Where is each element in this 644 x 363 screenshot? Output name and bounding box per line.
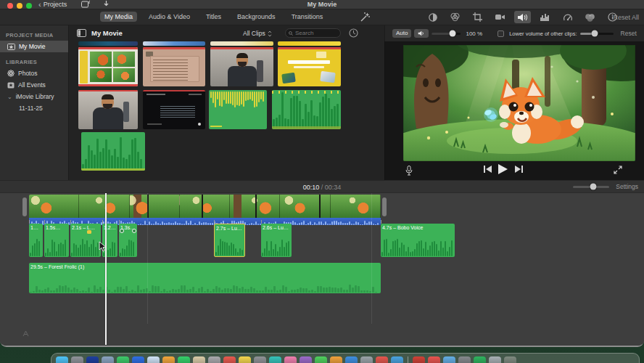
dock-app-icon[interactable]: [178, 356, 190, 363]
color-balance-icon[interactable]: [424, 11, 441, 23]
media-thumb-partial[interactable]: [278, 41, 341, 46]
dock-app-icon[interactable]: [56, 356, 68, 363]
noise-equalizer-icon[interactable]: [537, 11, 553, 23]
dock-app-icon[interactable]: [330, 356, 342, 363]
reset-all-button[interactable]: Reset All: [613, 14, 639, 21]
sidebar-item-imovie-library[interactable]: ⌄ iMovie Library: [0, 91, 68, 102]
media-thumb-promo-graphic[interactable]: [278, 47, 341, 86]
dock-app-icon[interactable]: [443, 356, 455, 363]
reset-volume-button[interactable]: Reset: [621, 30, 637, 37]
search-field[interactable]: [285, 28, 341, 38]
sound-effect-clip[interactable]: 1.5s…: [44, 224, 69, 257]
dock-app-icon[interactable]: [284, 356, 297, 363]
sidebar-item-all-events[interactable]: All Events: [0, 79, 68, 91]
dock-app-icon[interactable]: [147, 356, 160, 363]
fade-handle[interactable]: [120, 229, 124, 233]
media-thumb-audio-clip[interactable]: [81, 132, 145, 171]
window-title: My Movie: [0, 1, 644, 8]
dock-app-icon[interactable]: [269, 356, 281, 363]
lower-volume-slider[interactable]: [580, 33, 614, 35]
sidebar-item-my-movie[interactable]: My Movie: [0, 41, 68, 52]
tab-my-media[interactable]: My Media: [100, 12, 137, 22]
sound-effect-clip[interactable]: 2.6s – Lu…: [261, 224, 292, 257]
next-frame-button[interactable]: [515, 166, 523, 173]
dock-app-icon[interactable]: [86, 356, 99, 363]
dock-app-icon[interactable]: [458, 356, 471, 363]
media-thumb-audio-clip[interactable]: [272, 90, 341, 129]
tab-transitions[interactable]: Transitions: [287, 12, 328, 22]
auto-volume-button[interactable]: Auto: [392, 29, 411, 38]
video-track-filmstrip[interactable]: [29, 195, 381, 218]
volume-percent: 100 %: [466, 30, 482, 37]
dock-app-icon[interactable]: [71, 356, 83, 363]
tab-titles[interactable]: Titles: [202, 12, 226, 22]
disclosure-chevron-icon[interactable]: ⌄: [7, 94, 12, 100]
tab-backgrounds[interactable]: Backgrounds: [233, 12, 280, 22]
media-thumb-screen-recording[interactable]: [78, 47, 138, 86]
sound-effect-clip[interactable]: 2.1s – L…: [70, 224, 101, 257]
dock-app-icon[interactable]: [315, 356, 327, 363]
dock-app-icon[interactable]: [345, 356, 358, 363]
sound-effect-clip[interactable]: 1.3s…: [119, 224, 137, 257]
effects-icon[interactable]: [582, 11, 598, 23]
media-thumb-partial[interactable]: [210, 41, 273, 46]
sidebar-item-event-11-11-25[interactable]: 11-11-25: [0, 102, 68, 114]
dock-app-icon[interactable]: [474, 356, 486, 363]
dock-app-icon[interactable]: [254, 356, 266, 363]
dock-app-icon[interactable]: [193, 356, 205, 363]
dock-app-icon[interactable]: [162, 356, 175, 363]
clips-filter-dropdown[interactable]: All Clips: [243, 30, 272, 37]
enhance-wand-icon[interactable]: [360, 12, 371, 23]
fullscreen-button[interactable]: [614, 166, 622, 174]
dock-app-icon[interactable]: [489, 356, 501, 363]
music-clip[interactable]: 29.5s – Forest Frolic (1): [29, 263, 381, 293]
dock-app-icon[interactable]: [428, 356, 440, 363]
search-input[interactable]: [295, 30, 337, 36]
media-thumb-terminal[interactable]: [143, 90, 205, 129]
sound-effect-clip[interactable]: 2.7s – Lu…: [214, 224, 245, 257]
timeline-zoom-slider[interactable]: [573, 186, 609, 188]
sidebar-item-photos[interactable]: Photos: [0, 68, 68, 79]
color-correction-icon[interactable]: [447, 11, 463, 23]
volume-icon[interactable]: [514, 11, 531, 23]
voiceover-mic-button[interactable]: [405, 166, 413, 176]
clip-duration-icon[interactable]: [349, 28, 358, 38]
sound-effect-clip[interactable]: 4.7s – Bobo Voice: [381, 224, 455, 257]
playhead[interactable]: [105, 193, 107, 345]
volume-slider[interactable]: [432, 33, 461, 35]
sound-effect-clip[interactable]: 1…: [29, 224, 43, 257]
dock-app-icon[interactable]: [223, 356, 236, 363]
stabilization-icon[interactable]: [492, 11, 508, 23]
play-button[interactable]: [498, 164, 508, 174]
trim-handle-left[interactable]: [22, 197, 27, 216]
media-thumb-presenter[interactable]: [210, 47, 273, 86]
media-thumb-presenter-2[interactable]: [78, 90, 138, 129]
lower-volume-checkbox[interactable]: [498, 30, 504, 37]
media-thumb-partial[interactable]: [143, 41, 205, 46]
dock-app-icon[interactable]: [117, 356, 129, 363]
dock-app-icon[interactable]: [208, 356, 220, 363]
tab-audio-video[interactable]: Audio & Video: [144, 12, 194, 22]
media-thumb-notes-document[interactable]: [143, 47, 205, 86]
speed-icon[interactable]: [559, 11, 576, 23]
trim-handle-right[interactable]: [382, 197, 387, 216]
previous-frame-button[interactable]: [484, 166, 492, 173]
sidebar-toggle-icon[interactable]: [77, 29, 86, 37]
dock-app-icon[interactable]: [300, 356, 312, 363]
filmstrip-frame: [280, 195, 330, 218]
media-thumb-audio-clip[interactable]: [209, 90, 267, 129]
dock-app-icon[interactable]: [391, 356, 403, 363]
dock-app-icon[interactable]: [102, 356, 114, 363]
mute-button[interactable]: [414, 29, 429, 38]
media-thumb-partial[interactable]: [78, 41, 138, 46]
titlebar: ‹ Projects My Movie: [0, 0, 644, 9]
dock-app-icon[interactable]: [132, 356, 144, 363]
crop-icon[interactable]: [469, 11, 486, 23]
dock-app-icon[interactable]: [504, 356, 516, 363]
dock-app-icon[interactable]: [239, 356, 251, 363]
fade-handle[interactable]: [132, 229, 136, 233]
dock-app-icon[interactable]: [413, 356, 425, 363]
dock-app-icon[interactable]: [376, 356, 388, 363]
timeline-settings-button[interactable]: Settings: [616, 183, 638, 190]
dock-app-icon[interactable]: [360, 356, 373, 363]
